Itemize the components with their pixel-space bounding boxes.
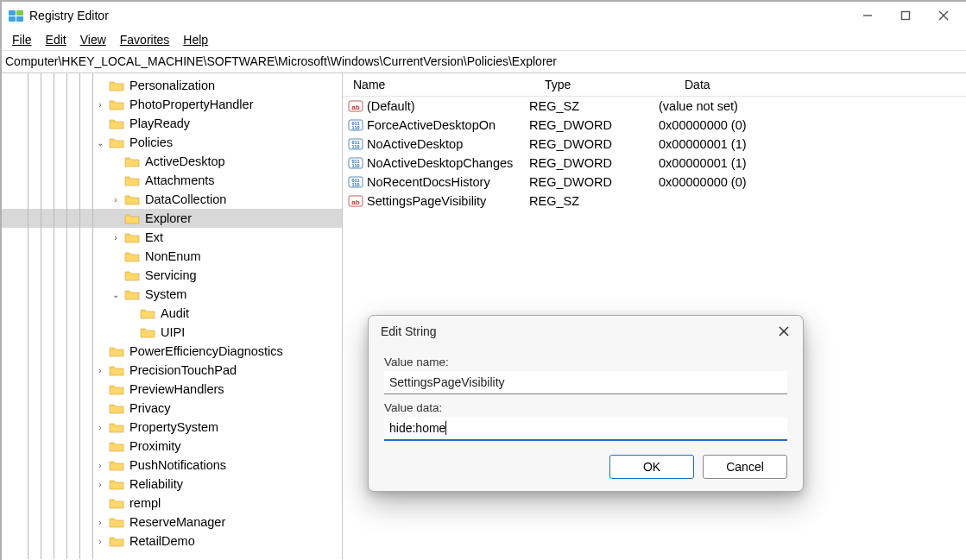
tree-item[interactable]: ›PrecisionTouchPad <box>2 361 342 380</box>
folder-icon <box>140 307 155 319</box>
menu-view[interactable]: View <box>75 31 111 48</box>
svg-rect-0 <box>9 10 16 16</box>
value-name: SettingsPageVisibility <box>367 194 486 208</box>
tree-item-label: Proximity <box>128 439 183 453</box>
tree-item[interactable]: ⌄Policies <box>2 133 342 152</box>
value-data: 0x00000001 (1) <box>659 156 966 170</box>
tree-item[interactable]: ›DataCollection <box>2 190 342 209</box>
chevron-right-icon[interactable]: › <box>109 233 123 242</box>
folder-icon <box>109 535 124 547</box>
menu-help[interactable]: Help <box>178 31 213 48</box>
chevron-down-icon[interactable]: ⌄ <box>109 290 123 299</box>
titlebar: Registry Editor <box>2 2 966 29</box>
close-button[interactable] <box>925 3 963 28</box>
tree-item[interactable]: rempl <box>2 494 342 513</box>
regedit-icon <box>9 8 24 23</box>
tree-item[interactable]: ›Ext <box>2 228 342 247</box>
tree-item[interactable]: UIPI <box>2 323 342 342</box>
cancel-button[interactable]: Cancel <box>703 455 787 479</box>
tree-item-label: Attachments <box>143 173 217 187</box>
tree-item[interactable]: ›PropertySystem <box>2 418 342 437</box>
tree-item[interactable]: ›RetailDemo <box>2 532 342 551</box>
chevron-right-icon[interactable]: › <box>93 518 107 527</box>
maximize-button[interactable] <box>887 3 925 28</box>
folder-icon <box>124 231 140 243</box>
tree-item[interactable]: ›PhotoPropertyHandler <box>2 95 342 114</box>
tree-item-label: Reliability <box>128 477 185 491</box>
tree-item-label: Personalization <box>128 79 217 92</box>
tree-item-label: Policies <box>128 135 174 149</box>
column-type[interactable]: Type <box>540 74 679 95</box>
value-row[interactable]: ForceActiveDesktopOnREG_DWORD0x00000000 … <box>343 116 966 135</box>
value-data: 0x00000000 (0) <box>659 175 966 189</box>
folder-icon <box>109 98 124 110</box>
column-data[interactable]: Data <box>679 74 966 95</box>
tree-item-label: rempl <box>128 496 162 510</box>
chevron-right-icon[interactable]: › <box>93 366 107 375</box>
tree-item[interactable]: Attachments <box>2 171 342 190</box>
tree-item[interactable]: Audit <box>2 304 342 323</box>
menu-file[interactable]: File <box>7 31 37 48</box>
value-row[interactable]: NoRecentDocsHistoryREG_DWORD0x00000000 (… <box>343 173 966 192</box>
folder-icon <box>109 79 124 91</box>
chevron-right-icon[interactable]: › <box>93 537 107 546</box>
value-name-input[interactable] <box>384 371 787 394</box>
tree-item[interactable]: ⌄System <box>2 285 342 304</box>
tree-item[interactable]: ›PushNotifications <box>2 456 342 475</box>
tree-item[interactable]: NonEnum <box>2 247 342 266</box>
tree-item[interactable]: Explorer <box>2 209 342 228</box>
chevron-right-icon[interactable]: › <box>93 461 107 470</box>
value-row[interactable]: NoActiveDesktopREG_DWORD0x00000001 (1) <box>343 135 966 154</box>
tree-item-label: DataCollection <box>143 192 228 206</box>
value-row[interactable]: SettingsPageVisibilityREG_SZ <box>343 192 966 211</box>
chevron-right-icon[interactable]: › <box>93 100 107 110</box>
tree-item[interactable]: Proximity <box>2 437 342 456</box>
tree-item[interactable]: PowerEfficiencyDiagnostics <box>2 342 342 361</box>
menu-favorites[interactable]: Favorites <box>115 31 175 48</box>
tree-item[interactable]: PlayReady <box>2 114 342 133</box>
column-name[interactable]: Name <box>348 74 540 95</box>
tree-item[interactable]: ActiveDesktop <box>2 152 342 171</box>
folder-icon <box>109 345 124 357</box>
minimize-button[interactable] <box>849 3 887 28</box>
tree-item[interactable]: ›Reliability <box>2 475 342 494</box>
tree-pane[interactable]: Personalization›PhotoPropertyHandlerPlay… <box>2 73 343 559</box>
address-bar[interactable]: Computer\HKEY_LOCAL_MACHINE\SOFTWARE\Mic… <box>2 50 966 73</box>
folder-icon <box>109 459 124 471</box>
value-row[interactable]: (Default)REG_SZ(value not set) <box>343 97 966 116</box>
folder-icon <box>109 402 124 414</box>
value-type: REG_SZ <box>529 194 659 208</box>
chevron-right-icon[interactable]: › <box>93 480 107 489</box>
text-caret <box>445 421 446 435</box>
folder-icon <box>109 117 124 129</box>
tree-item-label: NonEnum <box>143 249 202 263</box>
svg-rect-1 <box>16 10 23 16</box>
value-name: NoActiveDesktop <box>367 137 463 151</box>
tree-item-label: PowerEfficiencyDiagnostics <box>128 344 285 358</box>
value-type: REG_DWORD <box>529 175 659 189</box>
folder-icon <box>109 440 124 452</box>
folder-icon <box>109 497 124 509</box>
tree-item-label: Servicing <box>143 268 199 282</box>
chevron-right-icon[interactable]: › <box>93 423 107 432</box>
tree-item-label: Explorer <box>143 211 193 225</box>
tree-item[interactable]: Servicing <box>2 266 342 285</box>
tree-item-label: System <box>143 287 188 301</box>
tree-item[interactable]: Privacy <box>2 399 342 418</box>
tree-item-label: Privacy <box>128 401 173 415</box>
reg-binary-icon <box>348 117 363 133</box>
chevron-right-icon[interactable]: › <box>109 195 123 204</box>
tree-item[interactable]: ›ReserveManager <box>2 513 342 532</box>
tree-item[interactable]: PreviewHandlers <box>2 380 342 399</box>
tree-item-label: Ext <box>143 230 165 244</box>
ok-button[interactable]: OK <box>609 455 694 479</box>
folder-icon <box>109 516 124 528</box>
menu-edit[interactable]: Edit <box>41 31 72 48</box>
folder-icon <box>109 383 124 395</box>
chevron-down-icon[interactable]: ⌄ <box>93 138 107 148</box>
value-row[interactable]: NoActiveDesktopChangesREG_DWORD0x0000000… <box>343 154 966 173</box>
tree-item[interactable]: Personalization <box>2 76 342 95</box>
value-data-input[interactable]: hide:home <box>384 417 787 441</box>
folder-icon <box>109 136 124 148</box>
dialog-close-button[interactable] <box>775 323 792 340</box>
